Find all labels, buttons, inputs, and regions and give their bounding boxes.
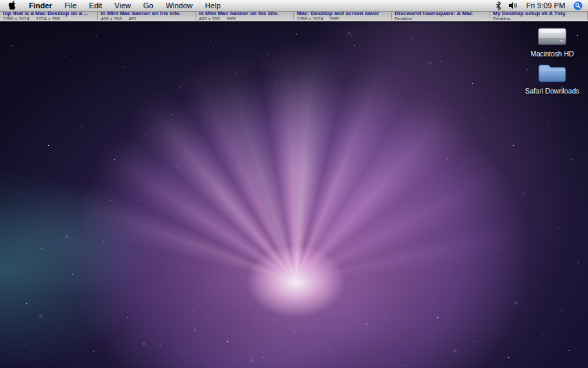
menu-item-help[interactable]: Help: [199, 0, 227, 11]
background-window[interactable]: top that is a Mac Desktop on a ... 1280 …: [0, 12, 98, 20]
window-fragment-title: My Desktop setup v6 A Tiny: [493, 12, 585, 17]
desktop-icon-safari-downloads[interactable]: Safari Downloads: [523, 61, 581, 95]
window-fragment-meta: 1280 x 1024 ... 1024 x 768 ...: [3, 17, 94, 20]
apple-logo-icon: [8, 1, 17, 10]
menu-item-go[interactable]: Go: [137, 0, 160, 11]
bluetooth-icon[interactable]: [496, 0, 501, 11]
menu-bar-left: Finder File Edit View Go Window Help: [0, 0, 227, 11]
menu-item-window[interactable]: Window: [160, 0, 199, 11]
window-fragment-meta: 1280 x 1024 ... 995! ...: [297, 17, 388, 20]
menu-item-file[interactable]: File: [59, 0, 83, 11]
starfield-dim-layer: [0, 21, 1, 22]
desktop-wallpaper[interactable]: Macintosh HD Safari Downloads: [0, 21, 588, 368]
desktop-icon-label: Macintosh HD: [531, 50, 574, 58]
background-window[interactable]: My Desktop setup v6 A Tiny Desktop ...: [490, 12, 588, 20]
background-window[interactable]: in Mini Mac banner on his site. 400 x 30…: [196, 12, 294, 20]
background-window[interactable]: Mac: Desktop and screen saver 1280 x 102…: [294, 12, 392, 20]
starfield-bright-layer: [0, 21, 1, 22]
apple-menu[interactable]: [0, 0, 23, 11]
cutoff-windows-strip: top that is a Mac Desktop on a ... 1280 …: [0, 12, 588, 21]
menu-bar-status: Fri 9:09 PM: [496, 0, 588, 11]
hard-drive-icon: [536, 24, 568, 49]
background-window[interactable]: Discworld townsquare: A Mac Desktop ...: [392, 12, 490, 20]
starfield-glow-layer: [0, 21, 1, 23]
menu-item-view[interactable]: View: [108, 0, 137, 11]
folder-icon: [536, 61, 568, 86]
spotlight-icon[interactable]: [574, 0, 582, 11]
menu-item-finder[interactable]: Finder: [23, 0, 59, 11]
desktop-icon-macintosh-hd[interactable]: Macintosh HD: [523, 24, 581, 58]
window-fragment-meta: Desktop ...: [395, 17, 486, 20]
menu-bar: Finder File Edit View Go Window Help Fri…: [0, 0, 588, 12]
background-window[interactable]: in Mini Mac banner on his site. 400 x 30…: [98, 12, 196, 20]
window-fragment-title: Mac: Desktop and screen saver: [297, 12, 388, 17]
window-fragment-meta: 400 x 300 ... 995! ...: [199, 17, 291, 20]
starfield-mid-layer: [0, 21, 1, 22]
window-fragment-title: in Mini Mac banner on his site.: [101, 12, 192, 17]
menu-item-edit[interactable]: Edit: [83, 0, 108, 11]
aurora-rays: [0, 21, 588, 368]
desktop-icon-label: Safari Downloads: [525, 87, 579, 95]
window-fragment-title: top that is a Mac Desktop on a ...: [3, 12, 94, 17]
window-fragment-meta: 400 x 300 ... 451 ...: [101, 17, 192, 20]
window-fragment-title: in Mini Mac banner on his site.: [199, 12, 291, 17]
window-fragment-meta: Desktop ...: [493, 17, 585, 20]
menu-bar-clock[interactable]: Fri 9:09 PM: [525, 1, 567, 10]
volume-icon[interactable]: [508, 0, 518, 11]
window-fragment-title: Discworld townsquare: A Mac: [395, 12, 486, 17]
